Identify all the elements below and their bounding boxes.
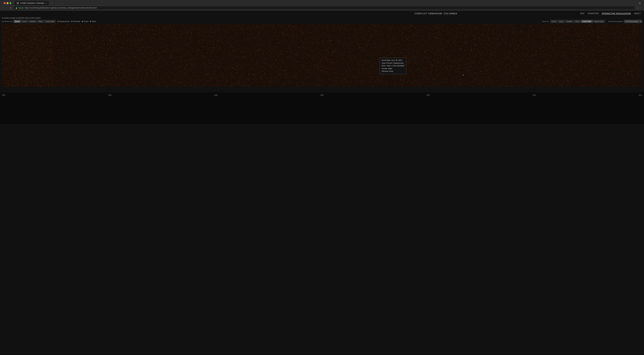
threat-dot [82,21,83,22]
refresh-button[interactable]: ↻ [9,6,12,10]
timeline-1995: 1995 [214,94,218,96]
timeline-2010: 2010 [532,94,536,96]
nav-animation[interactable]: ANIMATION [588,12,599,14]
extensions-area: ⋮ [640,7,642,9]
other-label: Other [92,20,96,22]
symbolize-eventdate-btn[interactable]: Event Date [44,20,56,23]
extension-icon: ⋮ [640,7,642,9]
subtitle: A random sample of 200,000 victims of th… [2,17,642,19]
legend-threat: Threat [82,20,88,22]
tab-close-icon[interactable]: × [45,2,46,4]
order-actor-btn[interactable]: Actor [558,20,565,23]
close-button[interactable] [4,2,6,4]
order-eventdate-btn[interactable]: Event Date [581,20,592,23]
timeline-1990: 1990 [108,94,112,96]
bookmark-button[interactable]: ☆ [636,6,639,10]
order-event-btn[interactable]: Event [550,20,558,23]
secure-label: Secure [18,7,24,9]
homicide-label: Homicide [73,20,80,22]
forward-button[interactable]: › [6,6,8,10]
displacement-dot [58,21,58,22]
other-dot [90,21,91,22]
homicide-dot [71,21,72,22]
municipality-label: Select Municipality: [608,20,623,22]
controls-bar: A random sample of 200,000 victims of th… [0,16,644,24]
legend: Displacement Homicide Threat Other [58,20,96,22]
order-label: Order by: [542,20,549,22]
timeline-axis: 1985 1990 1995 2000 2005 2010 2015 [2,94,642,96]
bottom-area [0,92,644,124]
traffic-lights [2,1,13,5]
legend-other: Other [90,20,96,22]
symbolize-group: Symbolize by: Event Actor Gender Race Ev… [2,20,56,23]
tab-favicon [17,2,19,4]
new-tab-button[interactable]: + [49,1,53,5]
order-race-btn[interactable]: Race [574,20,581,23]
timeline-2005: 2005 [426,94,430,96]
site-title: CONFLICT URBANISM: COLOMBIA [292,12,580,15]
address-bar[interactable]: 🔒 Secure https://centerforspatialresearc… [14,6,635,10]
cursor-indicator [463,75,464,76]
timeline-svg [2,88,642,94]
symbolize-buttons: Event Actor Gender Race Event Date [14,20,56,23]
nav-interactive-viz[interactable]: INTERACTIVE VISUALIZATION [602,12,631,14]
minimize-button[interactable] [6,2,8,4]
timeline: 1985 1990 1995 2000 2005 2010 2015 [2,87,642,92]
threat-label: Threat [84,20,88,22]
timeline-1985: 1985 [2,94,5,96]
dots-canvas[interactable] [2,24,642,87]
back-button[interactable]: ‹ [2,6,4,10]
order-buttons: Event Actor Gender Race Event Date Repor… [550,20,605,23]
address-bar-row: ‹ › ↻ 🔒 Secure https://centerforspatialr… [0,5,644,10]
symbolize-race-btn[interactable]: Race [37,20,44,23]
app-container: CONFLICT URBANISM: COLOMBIA MAP ANIMATIO… [0,10,644,354]
order-gender-btn[interactable]: Gender [565,20,574,23]
top-nav: CONFLICT URBANISM: COLOMBIA MAP ANIMATIO… [0,10,644,16]
nav-map[interactable]: MAP [580,12,584,14]
tab-bar: Conflict Urbanism: Colombia × + [13,1,55,5]
secure-icon: 🔒 [16,7,17,9]
timeline-2000: 2000 [320,94,324,96]
legend-homicide: Homicide [71,20,80,22]
url-display: https://centerforspatialresearch.github.… [25,7,96,9]
symbolize-actor-btn[interactable]: Actor [21,20,28,23]
symbolize-gender-btn[interactable]: Gender [28,20,37,23]
symbolize-event-btn[interactable]: Event [14,20,21,23]
nav-about[interactable]: ABOUT [634,12,641,14]
order-group: Order by: Event Actor Gender Race Event … [542,20,605,23]
symbolize-label: Symbolize by: [2,20,12,22]
browser-tab[interactable]: Conflict Urbanism: Colombia × [14,1,49,5]
viz-container: Event Date: June 28, 2013 Type of Event:… [2,24,642,87]
order-reportdate-btn[interactable]: Report Date [593,20,605,23]
municipality-select[interactable]: All Municipalities [624,20,642,23]
window-controls-icon: ⊞ [639,2,641,4]
legend-displacement: Displacement [58,20,70,22]
nav-links: MAP ANIMATION INTERACTIVE VISUALIZATION … [580,12,641,14]
maximize-button[interactable] [10,2,11,4]
timeline-2015: 2015 [639,94,642,96]
municipality-group: Select Municipality: All Municipalities [608,20,642,23]
tab-title: Conflict Urbanism: Colombia [20,2,44,4]
browser-chrome: Conflict Urbanism: Colombia × + ⊞ ‹ › ↻ … [0,0,644,10]
displacement-label: Displacement [59,20,70,22]
